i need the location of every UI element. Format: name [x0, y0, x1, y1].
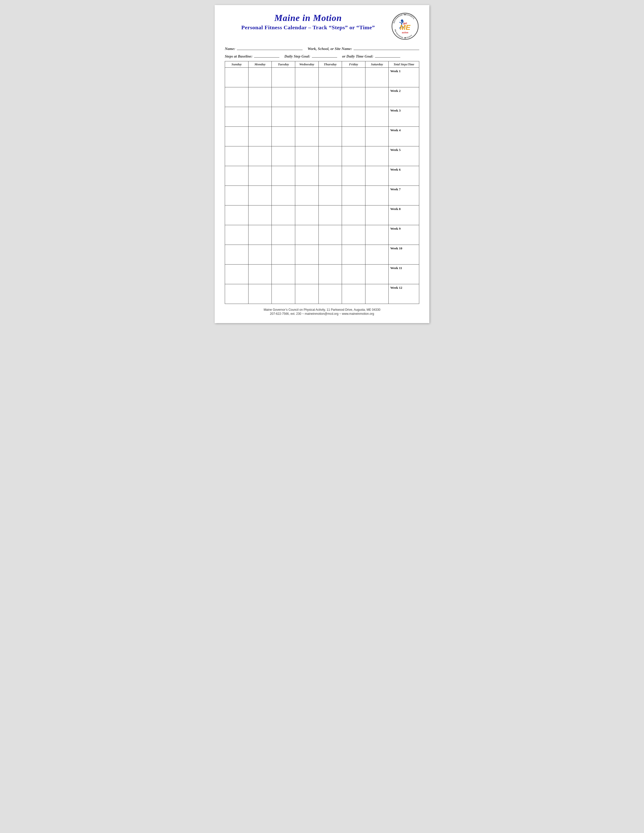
day-cell[interactable] [225, 146, 248, 166]
table-row: Week 1 [225, 68, 419, 87]
day-cell[interactable] [272, 284, 295, 304]
week-label: Week 1 [389, 68, 419, 87]
day-cell[interactable] [295, 107, 319, 127]
day-cell[interactable] [342, 245, 365, 265]
day-cell[interactable] [248, 107, 272, 127]
day-cell[interactable] [342, 146, 365, 166]
day-cell[interactable] [248, 206, 272, 225]
day-cell[interactable] [272, 146, 295, 166]
day-cell[interactable] [272, 186, 295, 206]
week-label: Week 11 [389, 265, 419, 284]
week-label: Week 8 [389, 206, 419, 225]
day-cell[interactable] [248, 68, 272, 87]
day-cell[interactable] [295, 166, 319, 186]
day-cell[interactable] [342, 186, 365, 206]
day-cell[interactable] [225, 68, 248, 87]
work-input-line[interactable] [354, 45, 419, 50]
table-header-row: Sunday Monday Tuesday Wednesday Thursday… [225, 61, 419, 68]
day-cell[interactable] [319, 186, 342, 206]
day-cell[interactable] [342, 284, 365, 304]
day-cell[interactable] [319, 127, 342, 146]
day-cell[interactable] [272, 68, 295, 87]
day-cell[interactable] [272, 225, 295, 245]
day-cell[interactable] [365, 68, 389, 87]
day-cell[interactable] [295, 68, 319, 87]
day-cell[interactable] [319, 146, 342, 166]
day-cell[interactable] [272, 265, 295, 284]
day-cell[interactable] [295, 186, 319, 206]
day-cell[interactable] [225, 166, 248, 186]
day-cell[interactable] [225, 186, 248, 206]
day-cell[interactable] [248, 186, 272, 206]
day-cell[interactable] [295, 127, 319, 146]
day-cell[interactable] [225, 87, 248, 107]
day-cell[interactable] [342, 107, 365, 127]
table-row: Week 4 [225, 127, 419, 146]
day-cell[interactable] [319, 225, 342, 245]
day-cell[interactable] [319, 87, 342, 107]
day-cell[interactable] [319, 107, 342, 127]
daily-time-goal-input[interactable] [375, 53, 400, 58]
day-cell[interactable] [342, 166, 365, 186]
day-cell[interactable] [295, 265, 319, 284]
day-cell[interactable] [248, 146, 272, 166]
day-cell[interactable] [248, 265, 272, 284]
name-input-line[interactable] [237, 45, 303, 50]
day-cell[interactable] [225, 127, 248, 146]
day-cell[interactable] [225, 225, 248, 245]
day-cell[interactable] [342, 68, 365, 87]
day-cell[interactable] [248, 284, 272, 304]
day-cell[interactable] [342, 127, 365, 146]
day-cell[interactable] [225, 245, 248, 265]
day-cell[interactable] [272, 127, 295, 146]
day-cell[interactable] [248, 245, 272, 265]
day-cell[interactable] [295, 87, 319, 107]
table-row: Week 6 [225, 166, 419, 186]
work-label: Work, School, or Site Name: [308, 47, 352, 51]
day-cell[interactable] [248, 127, 272, 146]
day-cell[interactable] [319, 265, 342, 284]
main-title: Maine in Motion [225, 13, 391, 23]
day-cell[interactable] [365, 245, 389, 265]
day-cell[interactable] [295, 284, 319, 304]
day-cell[interactable] [342, 265, 365, 284]
day-cell[interactable] [319, 284, 342, 304]
day-cell[interactable] [342, 206, 365, 225]
day-cell[interactable] [225, 206, 248, 225]
day-cell[interactable] [365, 87, 389, 107]
day-cell[interactable] [365, 127, 389, 146]
day-cell[interactable] [248, 87, 272, 107]
day-cell[interactable] [319, 206, 342, 225]
day-cell[interactable] [365, 166, 389, 186]
table-row: Week 8 [225, 206, 419, 225]
day-cell[interactable] [295, 146, 319, 166]
day-cell[interactable] [272, 206, 295, 225]
day-cell[interactable] [365, 284, 389, 304]
day-cell[interactable] [225, 284, 248, 304]
day-cell[interactable] [319, 68, 342, 87]
day-cell[interactable] [295, 225, 319, 245]
day-cell[interactable] [365, 265, 389, 284]
day-cell[interactable] [272, 107, 295, 127]
day-cell[interactable] [319, 245, 342, 265]
day-cell[interactable] [248, 225, 272, 245]
day-cell[interactable] [365, 107, 389, 127]
day-cell[interactable] [272, 166, 295, 186]
day-cell[interactable] [365, 225, 389, 245]
day-cell[interactable] [295, 245, 319, 265]
day-cell[interactable] [272, 87, 295, 107]
day-cell[interactable] [225, 107, 248, 127]
day-cell[interactable] [225, 265, 248, 284]
day-cell[interactable] [295, 206, 319, 225]
day-cell[interactable] [342, 87, 365, 107]
daily-step-goal-input[interactable] [312, 53, 337, 58]
day-cell[interactable] [365, 146, 389, 166]
day-cell[interactable] [248, 166, 272, 186]
calendar-table: Sunday Monday Tuesday Wednesday Thursday… [225, 61, 419, 304]
day-cell[interactable] [319, 166, 342, 186]
day-cell[interactable] [365, 186, 389, 206]
day-cell[interactable] [342, 225, 365, 245]
steps-baseline-input[interactable] [254, 53, 279, 58]
day-cell[interactable] [365, 206, 389, 225]
day-cell[interactable] [272, 245, 295, 265]
